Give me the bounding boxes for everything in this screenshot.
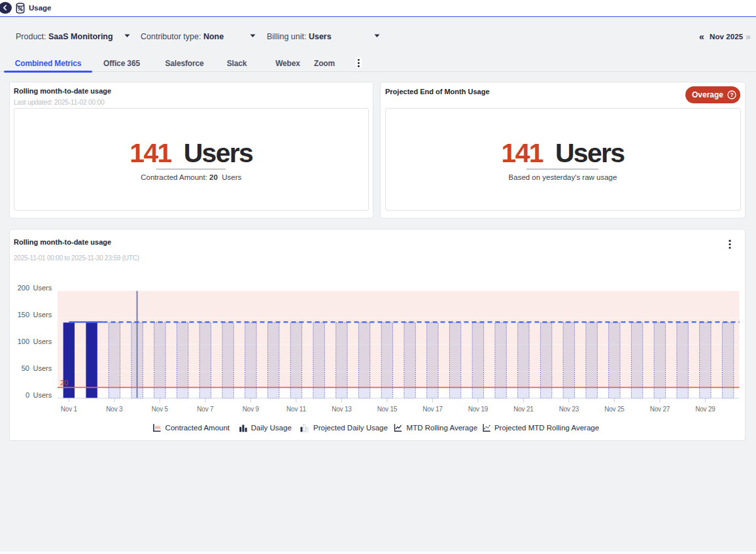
svg-text:50: 50 (22, 364, 29, 372)
svg-text:Users: Users (33, 311, 52, 319)
svg-text:Projected Daily Usage: Projected Daily Usage (313, 424, 388, 432)
svg-text:0: 0 (26, 391, 29, 399)
svg-text:Users: Users (33, 338, 52, 345)
svg-text:Nov 15: Nov 15 (377, 406, 398, 413)
svg-text:Nov 17: Nov 17 (422, 406, 443, 413)
svg-text:Nov 25: Nov 25 (604, 406, 625, 413)
svg-text:Nov 3: Nov 3 (106, 406, 123, 413)
svg-text:200: 200 (18, 284, 29, 292)
svg-text:Projected MTD Rolling Average: Projected MTD Rolling Average (494, 424, 599, 432)
svg-text:20: 20 (60, 379, 68, 387)
svg-text:Nov 27: Nov 27 (650, 406, 670, 413)
svg-text:Daily Usage: Daily Usage (251, 424, 292, 432)
svg-text:Nov 29: Nov 29 (695, 406, 715, 413)
svg-text:Nov 7: Nov 7 (197, 406, 214, 413)
svg-text:Nov 11: Nov 11 (286, 406, 306, 413)
svg-text:100: 100 (18, 338, 29, 345)
svg-text:Users: Users (33, 284, 52, 292)
svg-text:Nov 19: Nov 19 (468, 406, 489, 413)
svg-text:MTD Rolling Average: MTD Rolling Average (407, 424, 477, 432)
svg-text:150: 150 (18, 311, 29, 319)
svg-text:Users: Users (33, 364, 52, 372)
svg-text:Nov 1: Nov 1 (61, 406, 78, 413)
svg-text:Users: Users (33, 391, 52, 399)
svg-text:Nov 23: Nov 23 (559, 406, 579, 413)
svg-text:Nov 13: Nov 13 (332, 406, 352, 413)
svg-text:Nov 9: Nov 9 (243, 406, 260, 413)
svg-text:Nov 5: Nov 5 (152, 406, 169, 413)
svg-text:Nov 21: Nov 21 (513, 406, 534, 413)
svg-text:Contracted Amount: Contracted Amount (165, 424, 230, 432)
